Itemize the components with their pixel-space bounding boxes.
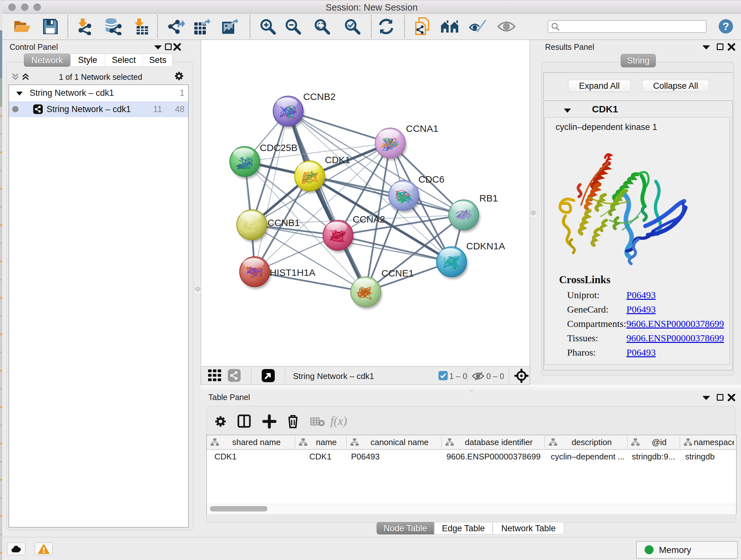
svg-text:CCNA2: CCNA2 — [353, 214, 385, 225]
svg-text:CCNB2: CCNB2 — [303, 91, 336, 102]
svg-text:CDKN1A: CDKN1A — [466, 241, 505, 251]
svg-text:CDC6: CDC6 — [418, 174, 445, 185]
svg-text:CCNB1: CCNB1 — [267, 217, 300, 228]
svg-text:CCNA1: CCNA1 — [406, 123, 439, 134]
svg-text:CCNE1: CCNE1 — [381, 268, 414, 278]
svg-text:RB1: RB1 — [479, 193, 498, 203]
svg-text:CDK1: CDK1 — [325, 154, 350, 165]
svg-text:HIST1H1A: HIST1H1A — [270, 267, 315, 278]
svg-text:CDC25B: CDC25B — [260, 142, 297, 153]
